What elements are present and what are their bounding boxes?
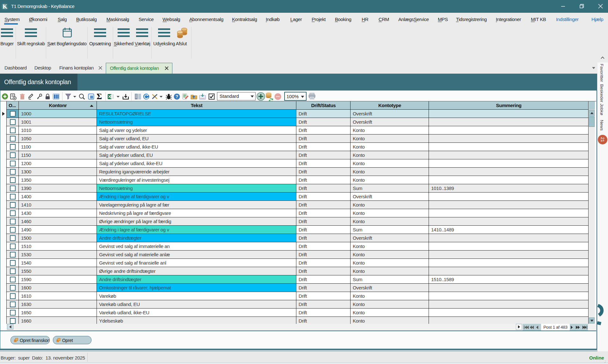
svg-text:?: ? xyxy=(176,94,178,99)
